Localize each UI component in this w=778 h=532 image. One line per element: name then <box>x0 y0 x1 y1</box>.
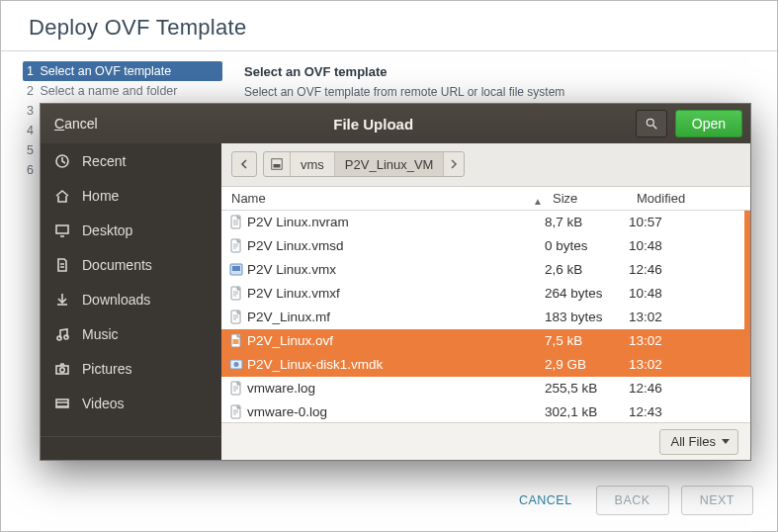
file-icon <box>221 381 243 397</box>
chevron-left-icon <box>239 159 249 169</box>
section-subtitle: Select an OVF template from remote URL o… <box>244 85 759 99</box>
file-name: P2V_Linux-disk1.vmdk <box>243 357 545 372</box>
file-size: 8,7 kB <box>545 215 629 229</box>
page-title: Deploy OVF Template <box>1 1 777 48</box>
file-size: 264 bytes <box>545 286 629 301</box>
file-name: P2V Linux.vmsd <box>243 238 545 253</box>
file-modified: 13:02 <box>629 310 750 324</box>
sidebar-item-pictures[interactable]: Pictures <box>41 351 221 386</box>
file-size: 2,6 kB <box>545 262 629 277</box>
svg-point-0 <box>647 119 653 126</box>
sidebar-item-more <box>41 420 221 437</box>
file-row[interactable]: vmware.log255,5 kB12:46 <box>221 377 750 400</box>
file-list: P2V Linux.nvram8,7 kB10:57P2V Linux.vmsd… <box>221 211 750 423</box>
clock-icon <box>54 153 70 169</box>
camera-icon <box>54 361 70 377</box>
dialog-title: File Upload <box>112 116 636 133</box>
column-size[interactable]: Size <box>553 191 637 206</box>
column-name[interactable]: Name▲ <box>221 191 553 206</box>
breadcrumb-more-button[interactable] <box>444 152 464 176</box>
file-row[interactable]: P2V Linux.vmxf264 bytes10:48 <box>221 282 750 306</box>
breadcrumb-back-button[interactable] <box>231 151 257 177</box>
scrollbar-indicator <box>744 211 750 377</box>
file-size: 183 bytes <box>545 310 629 324</box>
home-icon <box>54 188 70 204</box>
file-size: 302,1 kB <box>545 404 629 419</box>
file-icon <box>221 310 243 325</box>
file-row[interactable]: vmware-0.log302,1 kB12:43 <box>221 400 750 423</box>
doc-icon <box>54 257 70 273</box>
svg-rect-10 <box>274 164 281 168</box>
breadcrumb-seg-vms[interactable]: vms <box>291 152 335 176</box>
sidebar-item-videos[interactable]: Videos <box>41 386 221 420</box>
sidebar-item-label: Pictures <box>82 361 132 377</box>
file-modified: 13:02 <box>629 333 750 348</box>
sidebar-item-desktop[interactable]: Desktop <box>41 213 221 247</box>
file-modified: 10:57 <box>629 215 750 229</box>
file-name: P2V_Linux.mf <box>243 310 545 324</box>
section-title: Select an OVF template <box>244 64 759 79</box>
sidebar-item-label: Music <box>82 326 119 342</box>
file-size: 0 bytes <box>545 238 629 253</box>
svg-point-5 <box>64 335 68 339</box>
file-size: 7,5 kB <box>545 333 629 348</box>
sidebar-item-label: Documents <box>82 257 152 273</box>
file-row[interactable]: P2V Linux.vmsd0 bytes10:48 <box>221 234 750 258</box>
file-type-filter[interactable]: All Files <box>659 429 738 455</box>
file-columns-header: Name▲ Size Modified <box>221 187 750 211</box>
file-row[interactable]: P2V Linux.nvram8,7 kB10:57 <box>221 211 750 234</box>
file-name: vmware.log <box>243 381 545 396</box>
download-icon <box>54 292 70 308</box>
sidebar-item-label: Home <box>82 188 119 204</box>
file-modified: 10:48 <box>629 286 750 301</box>
search-button[interactable] <box>636 110 667 137</box>
svg-line-1 <box>653 126 657 130</box>
chevron-right-icon <box>450 159 458 169</box>
sidebar-item-recent[interactable]: Recent <box>41 143 221 178</box>
svg-point-7 <box>60 367 65 372</box>
file-name: P2V Linux.vmx <box>243 262 545 277</box>
file-size: 255,5 kB <box>545 381 629 396</box>
file-size: 2,9 GB <box>545 357 629 372</box>
wizard-step-1[interactable]: 1 Select an OVF template <box>23 61 222 81</box>
file-icon <box>221 238 243 254</box>
breadcrumb-root-icon[interactable] <box>264 152 291 176</box>
back-button[interactable]: BACK <box>596 486 669 515</box>
file-modified: 10:48 <box>629 238 750 253</box>
sidebar-item-label: Videos <box>82 396 125 411</box>
file-row[interactable]: P2V_Linux-disk1.vmdk2,9 GB13:02 <box>221 353 750 377</box>
next-button[interactable]: NEXT <box>681 486 753 515</box>
breadcrumb-seg-current[interactable]: P2V_Linux_VM <box>335 152 445 176</box>
video-icon <box>54 396 70 411</box>
svg-rect-3 <box>56 225 68 233</box>
open-button[interactable]: Open <box>675 110 742 137</box>
file-icon <box>221 404 243 420</box>
music-icon <box>54 326 70 342</box>
sidebar-item-label: Recent <box>82 153 126 169</box>
sidebar-item-music[interactable]: Music <box>41 316 221 351</box>
drive-icon <box>270 157 284 171</box>
desktop-icon <box>54 222 70 238</box>
sidebar-item-downloads[interactable]: Downloads <box>41 282 221 316</box>
file-icon <box>221 357 243 373</box>
file-icon <box>221 286 243 302</box>
sidebar-item-documents[interactable]: Documents <box>41 247 221 282</box>
sidebar-item-home[interactable]: Home <box>41 178 221 213</box>
file-row[interactable]: P2V_Linux.mf183 bytes13:02 <box>221 306 750 329</box>
wizard-step-2[interactable]: 2 Select a name and folder <box>23 81 222 101</box>
search-icon <box>645 117 658 131</box>
cancel-link[interactable]: CANCEL <box>507 486 584 515</box>
file-modified: 12:46 <box>629 262 750 277</box>
sort-asc-icon: ▲ <box>533 196 543 207</box>
file-modified: 13:02 <box>629 357 750 372</box>
dialog-cancel-button[interactable]: Cancel <box>41 116 112 132</box>
file-name: P2V Linux.nvram <box>243 215 545 229</box>
divider <box>1 50 777 51</box>
svg-rect-14 <box>232 266 240 271</box>
svg-point-4 <box>57 336 61 340</box>
column-modified[interactable]: Modified <box>637 191 750 206</box>
file-row[interactable]: P2V_Linux.ovf7,5 kB13:02 <box>221 329 750 353</box>
file-row[interactable]: P2V Linux.vmx2,6 kB12:46 <box>221 258 750 282</box>
file-dialog: Cancel File Upload Open RecentHomeDeskto… <box>41 104 750 460</box>
dialog-header: Cancel File Upload Open <box>41 104 750 143</box>
